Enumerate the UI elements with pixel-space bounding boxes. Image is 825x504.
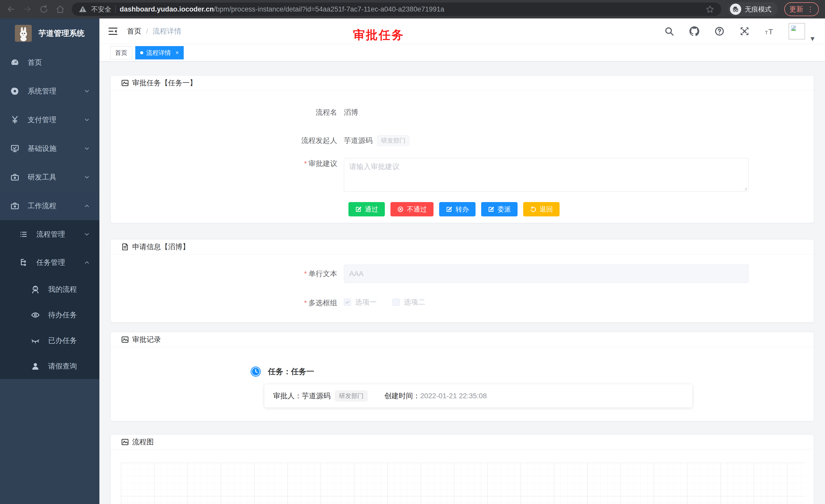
process-name-row: 流程名 滔博 xyxy=(121,107,804,118)
github-icon[interactable] xyxy=(689,26,699,36)
sidebar-item-home[interactable]: 首页 xyxy=(0,48,99,77)
picture-icon xyxy=(121,79,129,87)
approval-record-item: 审批人： 芋道源码 研发部门 创建时间： 2022-01-21 22:35:08 xyxy=(265,385,692,408)
sidebar: 芋道管理系统 首页 系统管理 支付管理 基础设施 研发工具 工作流 xyxy=(0,18,99,504)
breadcrumb-separator: / xyxy=(146,27,148,35)
tab-process-detail[interactable]: 流程详情 × xyxy=(135,46,184,60)
transfer-button[interactable]: 转办 xyxy=(439,202,475,217)
flow-chart-card: 流程图 xyxy=(110,434,814,504)
search-icon[interactable] xyxy=(664,26,674,36)
text-field-row: *单行文本 xyxy=(121,264,804,283)
reject-button[interactable]: 不通过 xyxy=(390,202,434,217)
sidebar-item-workflow[interactable]: 工作流程 xyxy=(0,191,99,220)
delegate-button[interactable]: 委派 xyxy=(481,202,518,217)
sidebar-item-done-task[interactable]: 已办任务 xyxy=(0,328,99,353)
not-secure-warning-icon xyxy=(78,5,87,14)
svg-text:T: T xyxy=(768,27,773,35)
sidebar-item-task-mgmt[interactable]: 任务管理 xyxy=(0,248,99,276)
home-icon[interactable] xyxy=(55,4,65,14)
briefcase-icon xyxy=(10,173,19,182)
font-size-icon[interactable]: TT xyxy=(764,26,775,36)
dept-tag: 研发部门 xyxy=(377,135,409,146)
checkbox-unchecked-icon xyxy=(392,299,400,306)
browser-menu-icon[interactable]: ⋮ xyxy=(807,5,814,13)
app-title: 芋道管理系统 xyxy=(39,28,85,39)
person-face-icon xyxy=(31,285,40,294)
return-button[interactable]: 退回 xyxy=(523,202,559,217)
checkbox-group: 选项一 选项二 xyxy=(344,297,425,307)
edit-icon xyxy=(355,206,362,213)
edit-icon xyxy=(446,206,452,213)
sidebar-item-dev[interactable]: 研发工具 xyxy=(0,163,99,191)
divider xyxy=(115,5,116,13)
help-icon[interactable] xyxy=(714,26,725,36)
breadcrumb-home[interactable]: 首页 xyxy=(127,26,141,36)
apply-info-card-header: 申请信息【滔博】 xyxy=(111,240,814,254)
address-bar[interactable]: 不安全 dashboard.yudao.iocoder.cn/bpm/proce… xyxy=(72,3,721,16)
avatar[interactable] xyxy=(789,23,805,39)
monitor-icon xyxy=(10,144,19,153)
collapse-menu-icon[interactable] xyxy=(107,26,119,36)
incognito-badge: 无痕模式 xyxy=(728,2,777,16)
back-icon[interactable] xyxy=(6,4,16,14)
tags-view: 首页 流程详情 × xyxy=(99,44,825,62)
svg-text:T: T xyxy=(765,30,768,35)
sidebar-item-system[interactable]: 系统管理 xyxy=(0,77,99,105)
sidebar-item-my-process[interactable]: 我的流程 xyxy=(0,276,99,302)
initiator-name: 芋道源码 xyxy=(344,135,373,146)
checkbox-option-1[interactable]: 选项一 xyxy=(344,297,377,307)
bookmark-star-icon[interactable] xyxy=(705,5,715,14)
circle-close-icon xyxy=(397,206,404,213)
action-buttons: 通过 不通过 转办 委派 xyxy=(349,202,804,217)
sidebar-item-pay[interactable]: 支付管理 xyxy=(0,105,99,134)
sidebar-item-process-mgmt[interactable]: 流程管理 xyxy=(0,220,99,248)
chevron-down-icon xyxy=(83,116,90,123)
breadcrumb: 首页 / 流程详情 xyxy=(127,26,181,36)
chevron-up-icon xyxy=(83,202,90,209)
close-tab-icon[interactable]: × xyxy=(175,50,179,56)
approval-records-card-header: 审批记录 xyxy=(111,332,814,347)
page-header: 首页 / 流程详情 TT ▼ xyxy=(99,18,825,44)
checkbox-option-2[interactable]: 选项二 xyxy=(392,297,425,307)
approval-task-card: 审批任务【任务一】 流程名 滔博 流程发起人 芋道源码 研发部门 xyxy=(110,75,814,223)
fullscreen-icon[interactable] xyxy=(739,26,750,36)
flow-chart-card-header: 流程图 xyxy=(111,435,814,449)
briefcase-icon xyxy=(10,201,19,211)
approver-name: 芋道源码 xyxy=(302,391,330,401)
bpmn-canvas[interactable] xyxy=(121,463,805,504)
dashboard-icon xyxy=(10,58,19,67)
sidebar-item-infra[interactable]: 基础设施 xyxy=(0,134,99,163)
tree-icon xyxy=(19,258,28,267)
active-dot xyxy=(140,51,143,54)
document-icon xyxy=(121,243,129,251)
clock-timeline-icon xyxy=(250,366,261,377)
initiator-row: 流程发起人 芋道源码 研发部门 xyxy=(121,135,804,146)
picture-icon xyxy=(121,438,129,446)
avatar-caret-icon[interactable]: ▼ xyxy=(809,35,816,44)
browser-update-button[interactable]: 更新 ⋮ xyxy=(784,2,819,16)
dept-tag: 研发部门 xyxy=(335,391,367,401)
timeline-item: 任务：任务一 xyxy=(250,366,804,377)
gear-icon xyxy=(10,87,19,96)
single-line-text-input[interactable] xyxy=(344,264,749,283)
chevron-down-icon xyxy=(83,145,90,152)
created-time: 2022-01-21 22:35:08 xyxy=(420,392,487,400)
sidebar-item-todo-task[interactable]: 待办任务 xyxy=(0,302,99,328)
suggestion-textarea[interactable] xyxy=(344,158,749,192)
sidebar-item-leave-query[interactable]: 请假查询 xyxy=(0,353,99,379)
forward-icon[interactable] xyxy=(22,4,32,14)
yen-icon xyxy=(10,115,19,124)
chevron-down-icon xyxy=(83,231,90,238)
app-logo: 芋道管理系统 xyxy=(0,18,99,48)
chevron-down-icon xyxy=(83,88,90,94)
chevron-down-icon xyxy=(83,174,90,180)
checkbox-checked-icon xyxy=(344,299,351,306)
approval-task-card-header: 审批任务【任务一】 xyxy=(111,76,814,90)
security-label: 不安全 xyxy=(91,5,111,14)
incognito-label: 无痕模式 xyxy=(745,5,771,14)
breadcrumb-current: 流程详情 xyxy=(153,26,181,36)
tab-home[interactable]: 首页 xyxy=(110,46,132,60)
reload-icon[interactable] xyxy=(39,4,49,14)
edit-icon xyxy=(488,206,495,213)
approve-button[interactable]: 通过 xyxy=(349,202,385,217)
